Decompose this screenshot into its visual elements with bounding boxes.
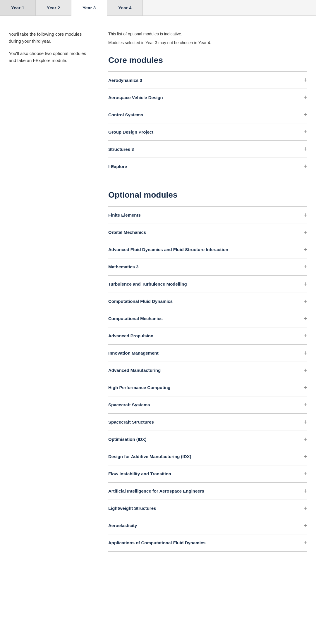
optional-module-row[interactable]: Finite Elements + — [108, 206, 307, 224]
core-module-row[interactable]: Group Design Project + — [108, 123, 307, 141]
optional-module-name: Lightweight Structures — [108, 505, 156, 511]
plus-icon: + — [303, 264, 307, 270]
optional-module-row[interactable]: Flow Instability and Transition + — [108, 465, 307, 483]
optional-module-row[interactable]: High Performance Computing + — [108, 379, 307, 396]
plus-icon: + — [303, 419, 307, 425]
core-module-name: Aerodynamics 3 — [108, 77, 142, 83]
tab-year-1[interactable]: Year 1 — [0, 0, 36, 15]
optional-module-row[interactable]: Applications of Computational Fluid Dyna… — [108, 534, 307, 552]
core-module-name: I-Explore — [108, 163, 127, 170]
core-module-row[interactable]: Control Systems + — [108, 106, 307, 123]
year-tabs: Year 1Year 2Year 3Year 4 — [0, 0, 316, 16]
optional-module-name: Artificial Intelligence for Aerospace En… — [108, 488, 204, 494]
core-module-name: Aerospace Vehicle Design — [108, 94, 163, 101]
plus-icon: + — [303, 402, 307, 408]
plus-icon: + — [303, 146, 307, 152]
optional-module-name: Optimisation (IDX) — [108, 436, 147, 442]
plus-icon: + — [303, 315, 307, 322]
plus-icon: + — [303, 229, 307, 236]
plus-icon: + — [303, 298, 307, 305]
optional-section: Optional modules Finite Elements + Orbit… — [108, 190, 307, 551]
plus-icon: + — [303, 333, 307, 339]
optional-module-name: Spacecraft Structures — [108, 419, 154, 425]
optional-module-name: Applications of Computational Fluid Dyna… — [108, 540, 206, 546]
tab-year-2[interactable]: Year 2 — [36, 0, 71, 15]
optional-module-name: Computational Mechanics — [108, 315, 163, 322]
plus-icon: + — [303, 77, 307, 83]
optional-module-row[interactable]: Computational Fluid Dynamics + — [108, 293, 307, 310]
optional-modules-list: Finite Elements + Orbital Mechanics + Ad… — [108, 206, 307, 552]
plus-icon: + — [303, 436, 307, 443]
modules-note: Modules selected in Year 3 may not be ch… — [108, 39, 307, 46]
plus-icon: + — [303, 281, 307, 287]
optional-module-row[interactable]: Artificial Intelligence for Aerospace En… — [108, 483, 307, 500]
plus-icon: + — [303, 367, 307, 374]
optional-module-row[interactable]: Computational Mechanics + — [108, 310, 307, 327]
plus-icon: + — [303, 163, 307, 170]
optional-module-name: Design for Additive Manufacturing (IDX) — [108, 453, 191, 460]
plus-icon: + — [303, 471, 307, 477]
main-content: You'll take the following core modules d… — [0, 16, 316, 569]
core-module-name: Structures 3 — [108, 146, 134, 152]
plus-icon: + — [303, 522, 307, 529]
core-module-row[interactable]: Aerospace Vehicle Design + — [108, 89, 307, 106]
optional-module-row[interactable]: Innovation Management + — [108, 345, 307, 362]
optional-module-row[interactable]: Spacecraft Systems + — [108, 396, 307, 414]
indicative-text: This list of optional modules is indicat… — [108, 31, 307, 37]
optional-module-row[interactable]: Advanced Fluid Dynamics and Fluid-Struct… — [108, 241, 307, 258]
plus-icon: + — [303, 540, 307, 546]
optional-module-name: Finite Elements — [108, 212, 141, 218]
optional-module-name: Innovation Management — [108, 350, 159, 356]
plus-icon: + — [303, 94, 307, 101]
tab-year-3[interactable]: Year 3 — [71, 0, 107, 16]
plus-icon: + — [303, 488, 307, 494]
optional-module-row[interactable]: Advanced Propulsion + — [108, 327, 307, 345]
optional-module-row[interactable]: Advanced Manufacturing + — [108, 362, 307, 379]
optional-module-name: High Performance Computing — [108, 384, 171, 391]
core-module-name: Control Systems — [108, 112, 143, 118]
optional-module-row[interactable]: Aeroelasticity + — [108, 517, 307, 534]
optional-module-row[interactable]: Turbulence and Turbulence Modelling + — [108, 276, 307, 293]
optional-module-name: Advanced Propulsion — [108, 333, 153, 339]
plus-icon: + — [303, 246, 307, 253]
tab-year-4[interactable]: Year 4 — [107, 0, 143, 15]
core-module-row[interactable]: I-Explore + — [108, 158, 307, 175]
optional-module-name: Spacecraft Systems — [108, 402, 150, 408]
optional-module-name: Computational Fluid Dynamics — [108, 298, 173, 304]
optional-section-title: Optional modules — [108, 190, 307, 200]
plus-icon: + — [303, 129, 307, 135]
left-text-1: You'll take the following core modules d… — [9, 31, 91, 45]
plus-icon: + — [303, 505, 307, 512]
plus-icon: + — [303, 212, 307, 218]
optional-module-name: Mathematics 3 — [108, 264, 138, 270]
optional-module-name: Orbital Mechanics — [108, 229, 146, 235]
optional-module-row[interactable]: Mathematics 3 + — [108, 258, 307, 276]
optional-module-row[interactable]: Optimisation (IDX) + — [108, 431, 307, 448]
plus-icon: + — [303, 111, 307, 118]
optional-module-row[interactable]: Spacecraft Structures + — [108, 414, 307, 431]
optional-module-name: Advanced Manufacturing — [108, 367, 161, 373]
core-module-name: Group Design Project — [108, 129, 153, 135]
plus-icon: + — [303, 384, 307, 391]
optional-module-row[interactable]: Orbital Mechanics + — [108, 224, 307, 241]
plus-icon: + — [303, 453, 307, 460]
core-module-row[interactable]: Aerodynamics 3 + — [108, 71, 307, 89]
core-section-title: Core modules — [108, 55, 307, 65]
right-panel: This list of optional modules is indicat… — [108, 31, 307, 552]
optional-module-name: Aeroelasticity — [108, 522, 137, 529]
optional-module-row[interactable]: Lightweight Structures + — [108, 500, 307, 517]
left-text-2: You'll also choose two optional modules … — [9, 50, 91, 64]
optional-module-row[interactable]: Design for Additive Manufacturing (IDX) … — [108, 448, 307, 465]
core-module-row[interactable]: Structures 3 + — [108, 141, 307, 158]
left-panel: You'll take the following core modules d… — [9, 31, 91, 552]
optional-module-name: Advanced Fluid Dynamics and Fluid-Struct… — [108, 246, 228, 253]
optional-module-name: Flow Instability and Transition — [108, 471, 171, 477]
optional-module-name: Turbulence and Turbulence Modelling — [108, 281, 187, 287]
plus-icon: + — [303, 350, 307, 356]
core-modules-list: Aerodynamics 3 + Aerospace Vehicle Desig… — [108, 71, 307, 175]
